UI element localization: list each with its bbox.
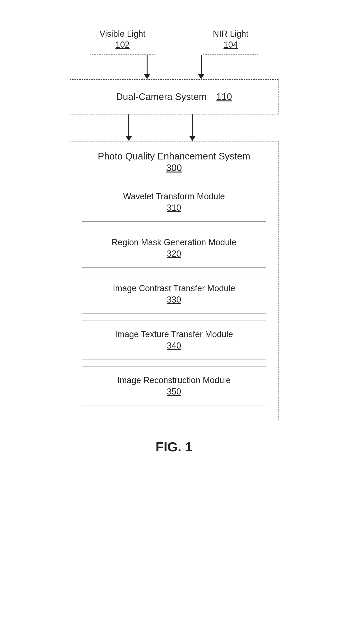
- region-mask-number: 320: [89, 249, 259, 259]
- nir-light-number: 104: [213, 40, 248, 50]
- arrow-from-dual-left: [125, 114, 132, 141]
- image-contrast-number: 330: [89, 295, 259, 305]
- nir-light-label: NIR Light: [213, 29, 248, 39]
- arrow-head-dual-right: [189, 136, 196, 141]
- arrows-inputs-to-dual: [144, 55, 205, 79]
- pqes-header: Photo Quality Enhancement System 300: [82, 151, 266, 173]
- diagram-container: Visible Light 102 NIR Light 104 Dual-Cam…: [0, 0, 348, 644]
- image-contrast-label: Image Contrast Transfer Module: [89, 284, 259, 293]
- visible-light-box: Visible Light 102: [90, 24, 155, 55]
- image-texture-number: 340: [89, 341, 259, 351]
- image-texture-label: Image Texture Transfer Module: [89, 329, 259, 339]
- visible-light-label: Visible Light: [100, 29, 145, 39]
- figure-caption: FIG. 1: [156, 439, 193, 454]
- arrow-from-dual-right: [189, 114, 196, 141]
- pqes-outer-box: Photo Quality Enhancement System 300 Wav…: [70, 141, 278, 420]
- arrows-dual-to-pqes: [70, 114, 278, 141]
- image-reconstruction-label: Image Reconstruction Module: [89, 375, 259, 385]
- arrow-line-dual-right: [192, 114, 193, 136]
- image-texture-module-box: Image Texture Transfer Module 340: [82, 320, 266, 360]
- arrow-line-dual-left: [128, 114, 129, 136]
- region-mask-module-box: Region Mask Generation Module 320: [82, 229, 266, 268]
- dual-camera-label: Dual-Camera System: [116, 92, 207, 102]
- image-reconstruction-number: 350: [89, 387, 259, 397]
- pqes-number: 300: [82, 162, 266, 173]
- wavelet-transform-label: Wavelet Transform Module: [89, 192, 259, 202]
- arrow-line-visible: [147, 55, 147, 74]
- nir-light-box: NIR Light 104: [203, 24, 258, 55]
- top-inputs-row: Visible Light 102 NIR Light 104: [90, 24, 259, 55]
- dual-camera-box: Dual-Camera System 110: [70, 79, 278, 114]
- pqes-title: Photo Quality Enhancement System: [82, 151, 266, 162]
- region-mask-label: Region Mask Generation Module: [89, 238, 259, 247]
- arrow-head-visible: [144, 74, 150, 79]
- image-contrast-module-box: Image Contrast Transfer Module 330: [82, 274, 266, 314]
- arrow-from-nir: [198, 55, 205, 79]
- visible-light-number: 102: [100, 40, 145, 50]
- dual-camera-number: 110: [216, 92, 232, 102]
- wavelet-transform-module-box: Wavelet Transform Module 310: [82, 183, 266, 222]
- arrow-head-dual-left: [125, 136, 132, 141]
- arrow-line-nir: [201, 55, 202, 74]
- image-reconstruction-module-box: Image Reconstruction Module 350: [82, 366, 266, 406]
- wavelet-transform-number: 310: [89, 203, 259, 213]
- arrow-head-nir: [198, 74, 205, 79]
- arrow-from-visible: [144, 55, 150, 79]
